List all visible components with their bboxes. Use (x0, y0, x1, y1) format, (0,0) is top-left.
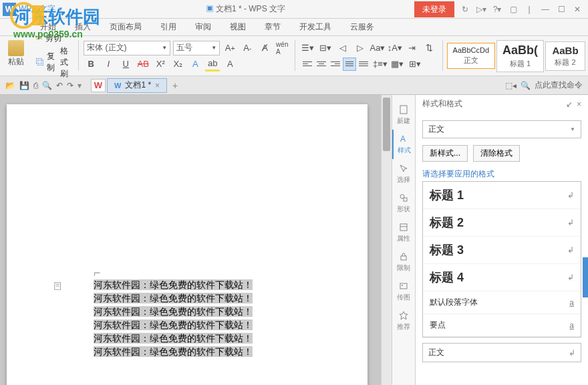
tab-close-icon[interactable]: × (155, 81, 160, 90)
print-icon[interactable]: ⎙ (33, 81, 38, 90)
side-new[interactable]: 新建 (392, 100, 415, 130)
font-size-selector[interactable]: 五号▼ (173, 41, 220, 55)
subscript-button[interactable]: X₂ (170, 57, 185, 72)
sort-button[interactable]: ⇅ (422, 41, 437, 55)
svg-rect-7 (400, 224, 407, 231)
menu-chapter[interactable]: 章节 (265, 21, 281, 33)
align-right-button[interactable] (329, 57, 342, 71)
bold-button[interactable]: B (84, 57, 98, 72)
panel-close-icon[interactable]: × (577, 100, 581, 109)
list-item[interactable]: 标题 1↲ (423, 182, 581, 209)
indent-right-button[interactable]: ▷ (353, 41, 368, 55)
underline-button[interactable]: U (118, 57, 133, 72)
list-item[interactable]: 要点a (423, 314, 581, 337)
styles-gallery: AaBbCcDd正文 AaBb(标题 1 AaBb标题 2 (444, 36, 588, 76)
highlight-button[interactable]: ab (205, 57, 220, 72)
align-left-button[interactable] (301, 57, 314, 71)
clear-format-button[interactable]: 清除格式 (473, 145, 520, 162)
minimize-icon[interactable]: — (540, 4, 551, 15)
side-upload[interactable]: 传图 (392, 277, 415, 306)
font-selector[interactable]: 宋体 (正文)▼ (84, 41, 170, 55)
login-button[interactable]: 未登录 (414, 1, 454, 17)
close-icon[interactable]: ✕ (572, 4, 583, 15)
maximize-icon[interactable]: ☐ (556, 4, 567, 15)
cloud-icon[interactable]: ▷▾ (476, 4, 486, 15)
list-item[interactable]: 标题 4↲ (423, 264, 581, 291)
preview-icon[interactable]: 🔍 (42, 81, 52, 90)
style-normal[interactable]: AaBbCcDd正文 (447, 43, 495, 69)
clear-format-icon[interactable]: A̸ (257, 41, 272, 55)
paste-button[interactable]: 粘贴 (4, 39, 28, 69)
borders-button[interactable]: ⊞▾ (408, 57, 422, 72)
increase-font-icon[interactable]: A+ (223, 41, 237, 55)
task-pane-icon[interactable]: ⬚◂ (505, 81, 517, 90)
save-icon[interactable]: 💾 (19, 81, 29, 90)
menu-start[interactable]: 开始 (40, 21, 56, 33)
current-style-dropdown[interactable]: 正文 ▼ (422, 120, 581, 138)
list-item[interactable]: 默认段落字体a (423, 291, 581, 314)
document-tabs-bar: 📂 💾 ⎙ 🔍 ↶ ↷ ▾ W W 文档1 * × + ⬚◂ 🔍 点此查找命令 (0, 76, 588, 95)
vertical-scrollbar[interactable] (381, 95, 392, 385)
tab-button[interactable]: ⇥ (405, 41, 420, 55)
align-distribute-button[interactable] (357, 57, 370, 71)
line-spacing-button[interactable]: ‡≡▾ (373, 57, 388, 72)
side-shapes[interactable]: 形状 (392, 188, 415, 218)
menu-review[interactable]: 审阅 (195, 21, 211, 33)
document-canvas[interactable]: ⌐ 河东软件园：绿色免费的软件下载站！ 河东软件园：绿色免费的软件下载站！ 河东… (0, 95, 392, 385)
shading-button[interactable]: ▦▾ (390, 57, 405, 72)
document-tab[interactable]: W 文档1 * × (107, 78, 167, 93)
list-item[interactable]: 标题 2↲ (423, 209, 581, 237)
menu-insert[interactable]: 插入 (75, 21, 91, 33)
new-style-button[interactable]: 新样式... (422, 145, 468, 162)
document-page[interactable]: ⌐ 河东软件园：绿色免费的软件下载站！ 河东软件园：绿色免费的软件下载站！ 河东… (7, 104, 368, 385)
menu-devtools[interactable]: 开发工具 (299, 21, 331, 33)
char-border-button[interactable]: A (223, 57, 237, 72)
font-value: 宋体 (正文) (87, 42, 126, 53)
bullets-button[interactable]: ☰▾ (301, 41, 315, 55)
menu-cloud[interactable]: 云服务 (350, 21, 374, 33)
wps-home-tab[interactable]: W (91, 79, 106, 92)
font-color-button[interactable]: A (188, 57, 202, 72)
format-painter-button[interactable]: 格式刷 (60, 45, 72, 80)
return-icon: ↲ (567, 273, 574, 282)
cut-button[interactable]: 剪切 (45, 33, 61, 44)
menu-references[interactable]: 引用 (160, 21, 176, 33)
help-icon[interactable]: ?▾ (492, 4, 502, 15)
italic-button[interactable]: I (101, 57, 116, 72)
add-tab-button[interactable]: + (172, 80, 178, 91)
side-properties[interactable]: 属性 (392, 218, 415, 247)
change-case-button[interactable]: Aa▾ (370, 41, 385, 55)
redo-icon[interactable]: ↷ (67, 81, 74, 90)
document-text[interactable]: 河东软件园：绿色免费的软件下载站！ 河东软件园：绿色免费的软件下载站！ 河东软件… (94, 278, 327, 358)
side-restrict[interactable]: 限制 (392, 247, 415, 277)
sync-icon[interactable]: ↻ (460, 4, 470, 15)
search-command-label[interactable]: 点此查找命令 (535, 80, 583, 91)
copy-button[interactable]: 复制 (47, 51, 55, 74)
decrease-font-icon[interactable]: A- (240, 41, 255, 55)
indent-left-button[interactable]: ◁ (335, 41, 350, 55)
phonetic-icon[interactable]: wénA (275, 41, 289, 55)
panel-options-icon[interactable]: ↙ (566, 100, 573, 109)
numbering-button[interactable]: ⊟▾ (318, 41, 333, 55)
app-name[interactable]: WPS 文字 (19, 3, 55, 15)
current-format-input[interactable]: 正文 ↲ (422, 343, 581, 362)
text-direction-button[interactable]: ↕A▾ (388, 41, 402, 55)
menu-view[interactable]: 视图 (230, 21, 246, 33)
scroll-thumb[interactable] (383, 98, 390, 151)
window-icon[interactable]: ▢ (508, 4, 519, 15)
strike-button[interactable]: AB (136, 57, 150, 72)
app-dropdown-icon[interactable]: ▼ (58, 6, 63, 12)
align-center-button[interactable] (315, 57, 328, 71)
menu-layout[interactable]: 页面布局 (110, 21, 142, 33)
align-justify-button[interactable] (343, 57, 356, 71)
side-styles[interactable]: A样式 (392, 130, 415, 159)
superscript-button[interactable]: X² (153, 57, 168, 72)
side-recommend[interactable]: 推荐 (392, 306, 415, 336)
more-icon[interactable]: ▾ (78, 81, 82, 90)
style-heading2[interactable]: AaBb标题 2 (545, 41, 585, 71)
style-heading1[interactable]: AaBb(标题 1 (496, 40, 544, 72)
undo-icon[interactable]: ↶ (56, 81, 63, 90)
open-icon[interactable]: 📂 (5, 81, 15, 90)
list-item[interactable]: 标题 3↲ (423, 237, 581, 264)
side-select[interactable]: 选择 (392, 159, 415, 188)
